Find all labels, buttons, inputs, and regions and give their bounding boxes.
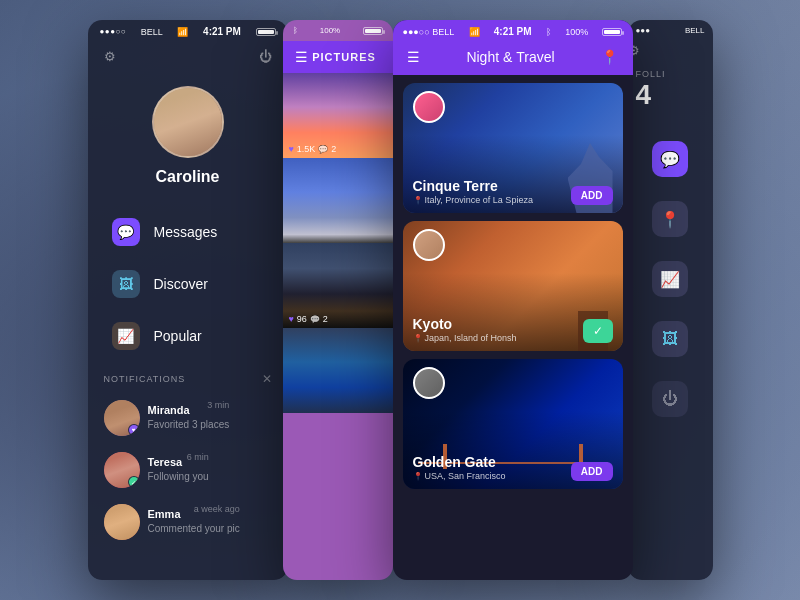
photo-grid: ♥ 1.5K 💬 2 ♥ 96 💬 2 [283, 73, 393, 413]
comment-icon-1: 💬 [318, 145, 328, 154]
right-location-icon[interactable]: 📍 [652, 201, 688, 237]
teresa-time: 6 min [187, 452, 209, 462]
notifications-close[interactable]: ✕ [262, 372, 272, 386]
status-bar-screen2: ᛒ 100% [283, 20, 393, 41]
kyoto-action: ✓ [583, 319, 613, 343]
right-pictures-icon[interactable]: 🖼 [652, 321, 688, 357]
settings-icon[interactable]: ⚙ [104, 49, 116, 64]
right-messages-icon[interactable]: 💬 [652, 141, 688, 177]
heart-icon-3: ♥ [289, 314, 294, 324]
screen-profile: ●●●○○ BELL 📶 4:21 PM ⚙ ⏻ Caroline 💬 Mess… [88, 20, 288, 580]
notifications-header: NOTIFICATIONS ✕ [88, 362, 288, 392]
travel-title: Night & Travel [466, 49, 554, 65]
menu-items: 💬 Messages 🖼 Discover 📈 Popular [88, 206, 288, 362]
golden-gate-name: Golden Gate [413, 454, 506, 470]
wifi-s1: 📶 [177, 27, 188, 37]
screen-travel: ●●●○○ BELL 📶 4:21 PM ᛒ 100% ☰ Night & Tr… [393, 20, 633, 580]
top-icons-s1: ⚙ ⏻ [88, 43, 288, 70]
menu-item-discover[interactable]: 🖼 Discover [104, 258, 272, 310]
battery-s1 [256, 28, 276, 36]
notification-miranda[interactable]: ♥ Miranda 3 min Favorited 3 places [88, 392, 288, 444]
carrier-s1: BELL [141, 27, 163, 37]
pin-icon-ky: 📍 [413, 334, 423, 343]
popular-label: Popular [154, 328, 202, 344]
location-pin-icon[interactable]: 📍 [601, 49, 618, 65]
travel-top-bar: ☰ Night & Travel 📍 [393, 43, 633, 75]
photo-bg-4 [283, 328, 393, 413]
battery-bar-s2 [363, 27, 383, 35]
hamburger-icon[interactable]: ☰ [295, 49, 308, 65]
signal-dots-s1: ●●●○○ [100, 27, 127, 36]
card-cinque-terre[interactable]: Cinque Terre 📍 Italy, Province of La Spi… [403, 83, 623, 213]
pictures-label: PICTURES [308, 51, 381, 63]
cinque-terre-name: Cinque Terre [413, 178, 533, 194]
comment-count-1: 2 [331, 144, 336, 154]
add-button-cinque-terre[interactable]: ADD [571, 186, 613, 205]
miranda-desc: Favorited 3 places [148, 419, 230, 430]
pictures-top-bar: ☰ PICTURES [283, 41, 393, 73]
discover-label: Discover [154, 276, 208, 292]
bt-s3: ᛒ [546, 27, 551, 37]
menu-item-messages[interactable]: 💬 Messages [104, 206, 272, 258]
menu-item-popular[interactable]: 📈 Popular [104, 310, 272, 362]
photo-likes-3: ♥ 96 💬 2 [289, 314, 328, 324]
followers-count: 4 [636, 79, 705, 111]
pin-icon-ct: 📍 [413, 196, 423, 205]
avatar-emma [104, 504, 140, 540]
card-golden-gate[interactable]: Golden Gate 📍 USA, San Francisco ADD [403, 359, 623, 489]
right-icons: 💬 📍 📈 🖼 ⏻ [628, 121, 713, 437]
status-bar-screen3: ●●●○○ BELL 📶 4:21 PM ᛒ 100% [393, 20, 633, 43]
photo-item-1[interactable]: ♥ 1.5K 💬 2 [283, 73, 393, 158]
avatar-golden-gate [413, 367, 445, 399]
signal-s4: ●●● [636, 26, 651, 35]
add-button-golden-gate[interactable]: ADD [571, 462, 613, 481]
emma-desc: Commented your pic [148, 523, 240, 534]
top-icons-s4: ⚙ [628, 41, 713, 59]
notification-emma[interactable]: Emma a week ago Commented your pic [88, 496, 288, 548]
photo-likes-1: ♥ 1.5K 💬 2 [289, 144, 337, 154]
carrier-s4: BELL [685, 26, 705, 35]
cinque-terre-location: 📍 Italy, Province of La Spieza [413, 195, 533, 205]
avatar-cinque-terre [413, 91, 445, 123]
comment-count-3: 2 [323, 314, 328, 324]
wifi-s3: 📶 [469, 27, 480, 37]
signal-s3: ●●●○○ BELL [403, 27, 455, 37]
teresa-badge: ✓ [128, 476, 140, 488]
photo-item-4[interactable] [283, 328, 393, 413]
battery-s3: 100% [565, 27, 588, 37]
right-power-icon[interactable]: ⏻ [652, 381, 688, 417]
cinque-terre-action: ADD [571, 185, 613, 205]
golden-gate-action: ADD [571, 461, 613, 481]
golden-gate-info: Golden Gate 📍 USA, San Francisco [413, 454, 506, 481]
battery-s2: 100% [320, 26, 340, 35]
miranda-badge: ♥ [128, 424, 140, 436]
avatar[interactable] [152, 86, 224, 158]
avatar-section: Caroline [88, 70, 288, 206]
card-kyoto[interactable]: Kyoto 📍 Japan, Island of Honsh ✓ [403, 221, 623, 351]
photo-item-3[interactable]: ♥ 96 💬 2 [283, 243, 393, 328]
miranda-name: Miranda [148, 404, 190, 416]
notification-teresa[interactable]: ✓ Teresa 6 min Following you [88, 444, 288, 496]
status-bar-screen1: ●●●○○ BELL 📶 4:21 PM [88, 20, 288, 43]
check-button-kyoto[interactable]: ✓ [583, 319, 613, 343]
discover-icon: 🖼 [112, 270, 140, 298]
power-icon[interactable]: ⏻ [259, 49, 272, 64]
screens-container: ●●●○○ BELL 📶 4:21 PM ⚙ ⏻ Caroline 💬 Mess… [0, 0, 800, 600]
pin-icon-gg: 📍 [413, 472, 423, 481]
right-trending-icon[interactable]: 📈 [652, 261, 688, 297]
photo-item-2[interactable] [283, 158, 393, 243]
cinque-terre-info: Cinque Terre 📍 Italy, Province of La Spi… [413, 178, 533, 205]
like-count-1: 1.5K [297, 144, 316, 154]
popular-icon: 📈 [112, 322, 140, 350]
kyoto-info: Kyoto 📍 Japan, Island of Honsh [413, 316, 517, 343]
teresa-text: Teresa 6 min Following you [148, 452, 209, 482]
messages-label: Messages [154, 224, 218, 240]
emma-name: Emma [148, 508, 181, 520]
hamburger-icon-s3[interactable]: ☰ [407, 49, 420, 65]
notifications-title: NOTIFICATIONS [104, 374, 186, 384]
miranda-text: Miranda 3 min Favorited 3 places [148, 400, 230, 430]
status-bar-screen4: ●●● BELL [628, 20, 713, 41]
battery-bar-s3 [602, 28, 622, 36]
comment-icon-3: 💬 [310, 315, 320, 324]
user-name: Caroline [155, 168, 219, 186]
